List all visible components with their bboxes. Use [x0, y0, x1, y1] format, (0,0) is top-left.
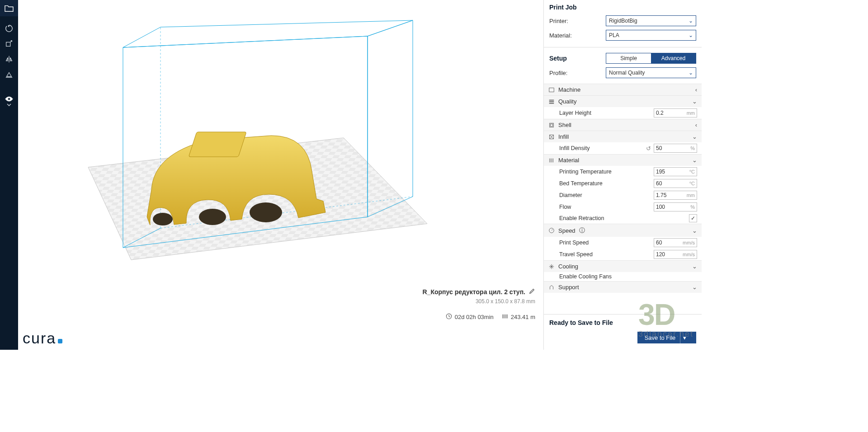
- warning-icon: ⓘ: [579, 226, 585, 235]
- field-printing-temp: Printing Temperature195°C: [544, 166, 702, 178]
- panel-footer: Ready to Save to File Save to File ▾: [544, 314, 702, 350]
- material-select[interactable]: PLA⌄: [606, 30, 696, 41]
- category-shell[interactable]: Shell‹: [544, 119, 702, 131]
- mirror-tool[interactable]: [0, 52, 18, 67]
- svg-point-15: [153, 213, 173, 225]
- save-to-file-button[interactable]: Save to File ▾: [637, 332, 696, 343]
- field-layer-height: Layer Height0.2mm: [544, 107, 702, 119]
- category-material[interactable]: Material⌄: [544, 154, 702, 166]
- view-mode-button[interactable]: [0, 91, 18, 110]
- bed-temp-input[interactable]: 60°C: [654, 179, 697, 188]
- printer-label: Printer:: [549, 18, 568, 24]
- svg-rect-19: [549, 88, 554, 92]
- scale-tool[interactable]: [0, 36, 18, 52]
- svg-rect-21: [550, 124, 552, 126]
- profile-label: Profile:: [549, 70, 567, 76]
- app-logo: cura: [23, 329, 62, 347]
- mode-simple-button[interactable]: Simple: [606, 53, 651, 63]
- material-label: Material:: [549, 32, 572, 39]
- reset-icon[interactable]: ↺: [646, 145, 651, 152]
- model-name: R_Корпус редуктора цил. 2 ступ.: [423, 288, 525, 296]
- save-dropdown-icon[interactable]: ▾: [680, 332, 689, 343]
- category-speed[interactable]: Speedⓘ⌄: [544, 224, 702, 237]
- model-info: R_Корпус редуктора цил. 2 ступ. 305.0 x …: [423, 288, 535, 305]
- svg-point-17: [250, 202, 282, 222]
- printing-temp-input[interactable]: 195°C: [654, 167, 697, 176]
- field-flow: Flow100%: [544, 201, 702, 213]
- print-job-header: Print Job: [549, 4, 696, 11]
- print-time: 02d 02h 03min: [455, 314, 494, 320]
- model-dimensions: 305.0 x 150.0 x 87.8 mm: [423, 298, 535, 305]
- rename-icon[interactable]: [529, 288, 535, 296]
- clock-icon: [446, 313, 452, 321]
- layer-height-input[interactable]: 0.2mm: [654, 108, 697, 117]
- field-infill-density: Infill Density↺50%: [544, 142, 702, 154]
- print-speed-input[interactable]: 60mm/s: [654, 238, 697, 247]
- infill-density-input[interactable]: 50%: [654, 144, 697, 153]
- category-support[interactable]: Support⌄: [544, 281, 702, 293]
- filament-length: 243.41 m: [511, 314, 535, 320]
- category-quality[interactable]: Quality⌄: [544, 95, 702, 107]
- settings-panel: Print Job Printer: RigidBotBig⌄ Material…: [543, 0, 702, 350]
- setup-header: Setup: [549, 55, 567, 62]
- rotate-tool[interactable]: [0, 21, 18, 36]
- left-toolbar: [0, 0, 18, 350]
- layflat-tool[interactable]: [0, 67, 18, 82]
- viewport-3d[interactable]: R_Корпус редуктора цил. 2 ступ. 305.0 x …: [18, 0, 543, 350]
- category-cooling[interactable]: Cooling⌄: [544, 260, 702, 272]
- setup-mode-toggle: Simple Advanced: [606, 53, 696, 64]
- profile-select[interactable]: Normal Quality⌄: [606, 67, 696, 78]
- flow-input[interactable]: 100%: [654, 202, 697, 211]
- category-machine[interactable]: Machine‹: [544, 84, 702, 95]
- field-enable-cooling: Enable Cooling Fans: [544, 272, 702, 281]
- filament-icon: [502, 313, 508, 321]
- open-file-button[interactable]: [0, 0, 18, 16]
- svg-rect-0: [6, 42, 10, 46]
- footer-title: Ready to Save to File: [549, 319, 696, 326]
- settings-list: Machine‹ Quality⌄ Layer Height0.2mm Shel…: [544, 84, 702, 314]
- printer-select[interactable]: RigidBotBig⌄: [606, 15, 696, 26]
- diameter-input[interactable]: 1.75mm: [654, 191, 697, 200]
- field-print-speed: Print Speed60mm/s: [544, 237, 702, 249]
- field-enable-retraction: Enable Retraction✓: [544, 213, 702, 224]
- svg-marker-10: [123, 20, 413, 47]
- field-diameter: Diameter1.75mm: [544, 189, 702, 201]
- svg-point-2: [8, 98, 10, 100]
- svg-rect-14: [189, 132, 246, 157]
- travel-speed-input[interactable]: 120mm/s: [654, 250, 697, 259]
- category-infill[interactable]: Infill⌄: [544, 131, 702, 142]
- print-estimate-row: 02d 02h 03min 243.41 m: [446, 313, 535, 321]
- enable-retraction-checkbox[interactable]: ✓: [689, 214, 697, 222]
- field-travel-speed: Travel Speed120mm/s: [544, 249, 702, 260]
- svg-point-16: [199, 209, 226, 225]
- field-bed-temp: Bed Temperature60°C: [544, 178, 702, 189]
- mode-advanced-button[interactable]: Advanced: [651, 53, 696, 63]
